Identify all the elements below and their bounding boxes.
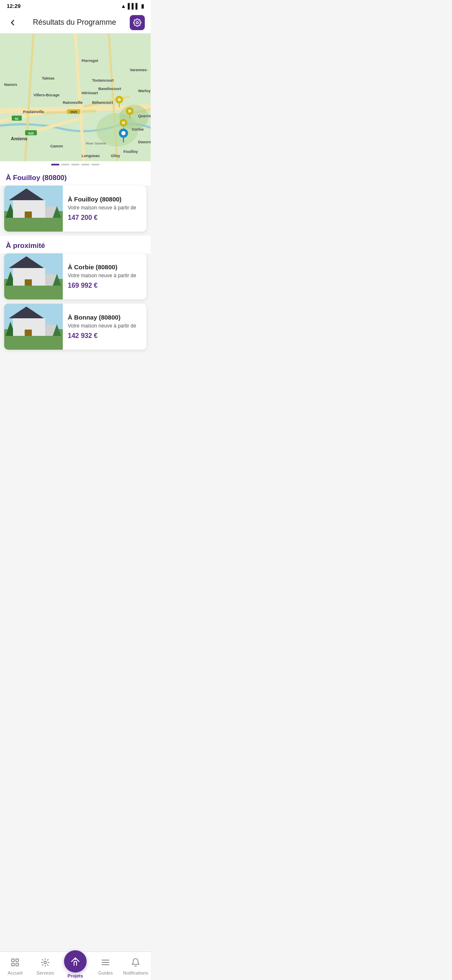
svg-text:N1: N1: [15, 117, 19, 120]
svg-text:Rainneville: Rainneville: [63, 101, 83, 105]
property-card-fouilloy[interactable]: À Fouilloy (80800) Votre maison neuve à …: [4, 186, 146, 232]
svg-text:River Somme: River Somme: [86, 142, 106, 145]
property-info-corbie: À Corbie (80800) Votre maison neuve à pa…: [63, 253, 146, 299]
svg-point-47: [121, 131, 126, 135]
status-icons: ▲ ▌▌▌ ▮: [121, 3, 144, 9]
scroll-dot-4: [81, 164, 90, 165]
svg-text:Toutencourt: Toutencourt: [92, 78, 114, 83]
svg-point-45: [122, 121, 125, 124]
svg-text:Glisy: Glisy: [111, 154, 120, 158]
scroll-dot-2: [61, 164, 69, 165]
property-image-corbie: [4, 253, 63, 299]
status-bar: 12:29 ▲ ▌▌▌ ▮: [0, 0, 151, 12]
svg-text:Hérissart: Hérissart: [82, 91, 98, 95]
scroll-dot-5: [91, 164, 100, 165]
svg-text:Daours: Daours: [138, 140, 151, 144]
header: Résultats du Programme: [0, 12, 151, 34]
page-title: Résultats du Programme: [33, 18, 116, 27]
svg-text:Querrieu: Querrieu: [138, 114, 151, 118]
wifi-icon: ▲: [121, 3, 126, 9]
time: 12:29: [7, 3, 21, 9]
property-info-bonnay: À Bonnay (80800) Votre maison neuve à pa…: [63, 304, 146, 350]
settings-button[interactable]: [130, 15, 145, 30]
property-card-bonnay[interactable]: À Bonnay (80800) Votre maison neuve à pa…: [4, 304, 146, 350]
proximite-section-title: À proximité: [0, 236, 151, 253]
property-price: 147 200 €: [68, 214, 141, 222]
svg-point-0: [136, 21, 139, 23]
back-button[interactable]: [6, 16, 19, 29]
property-image-bonnay: [4, 304, 63, 350]
scroll-indicator: [0, 161, 151, 168]
svg-text:Corbie: Corbie: [132, 127, 144, 132]
property-price: 142 932 €: [68, 332, 141, 340]
scroll-dot-1: [51, 164, 59, 165]
svg-text:D929: D929: [70, 111, 77, 113]
svg-point-41: [118, 98, 121, 101]
svg-text:Talmas: Talmas: [42, 76, 54, 80]
property-description: Votre maison neuve à partir de: [68, 272, 141, 279]
property-location: À Bonnay (80800): [68, 314, 141, 321]
map[interactable]: N1 N25 D929 Naours Talmas Toutencourt Va…: [0, 34, 151, 161]
svg-text:Warloy-Baillon: Warloy-Baillon: [138, 89, 151, 93]
signal-icon: ▌▌▌: [128, 3, 139, 9]
svg-text:Poulainville: Poulainville: [23, 110, 44, 114]
svg-text:Pierregot: Pierregot: [82, 59, 98, 63]
property-location: À Corbie (80800): [68, 263, 141, 271]
property-description: Votre maison neuve à partir de: [68, 204, 141, 211]
svg-point-43: [128, 109, 131, 113]
main-section-title: À Fouilloy (80800): [0, 168, 151, 186]
svg-text:Fouilloy: Fouilloy: [123, 150, 138, 154]
property-price: 169 992 €: [68, 282, 141, 289]
svg-text:Longueau: Longueau: [82, 154, 100, 158]
property-card-corbie[interactable]: À Corbie (80800) Votre maison neuve à pa…: [4, 253, 146, 299]
svg-text:Amiens: Amiens: [11, 136, 28, 141]
scroll-dot-3: [71, 164, 80, 165]
property-image-fouilloy: [4, 186, 63, 232]
svg-text:Béhencourt: Béhencourt: [92, 101, 113, 105]
svg-text:Camon: Camon: [50, 144, 63, 148]
svg-text:Bavelincourt: Bavelincourt: [98, 87, 121, 91]
svg-text:Villers-Bocage: Villers-Bocage: [33, 93, 59, 97]
property-description: Votre maison neuve à partir de: [68, 322, 141, 330]
svg-text:N25: N25: [28, 132, 34, 135]
property-location: À Fouilloy (80800): [68, 196, 141, 203]
svg-text:Naours: Naours: [4, 83, 17, 87]
svg-text:Varennes-: Varennes-: [130, 68, 148, 72]
property-info-fouilloy: À Fouilloy (80800) Votre maison neuve à …: [63, 186, 146, 232]
battery-icon: ▮: [141, 3, 144, 9]
